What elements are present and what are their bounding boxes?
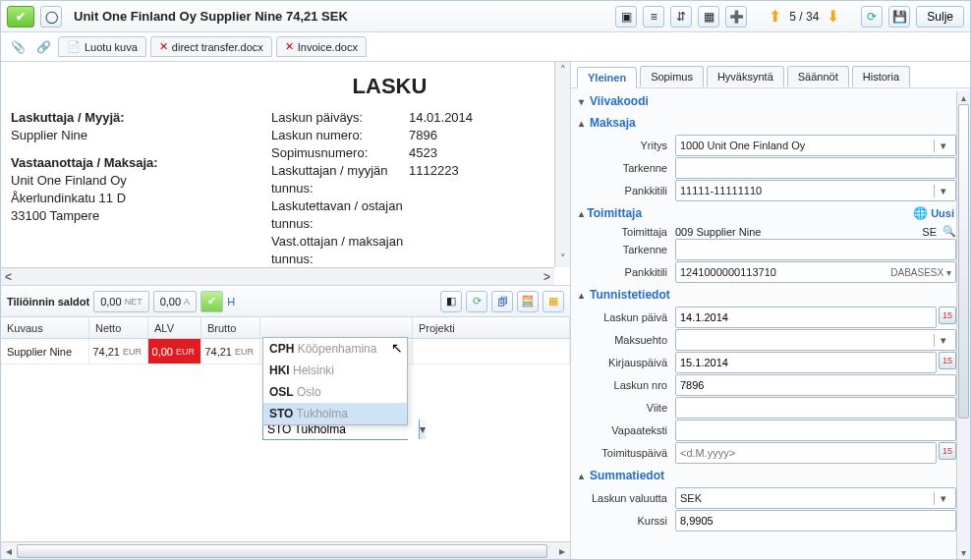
grid-header-kuvaus[interactable]: Kuvaus — [1, 317, 89, 338]
tab-label: direct transfer.docx — [172, 41, 263, 53]
tab-saannot[interactable]: Säännöt — [787, 66, 849, 87]
a-balance-button[interactable]: 0,00 A — [153, 291, 198, 312]
right-pane-scrollbar[interactable]: ▴ ▾ — [956, 91, 970, 559]
doc-vertical-scrollbar[interactable]: ˄ ˅ — [554, 62, 570, 267]
laskun-paiva-input[interactable] — [675, 307, 937, 328]
section-summatiedot[interactable]: ▴Summatiedot — [577, 465, 956, 486]
tool-icon-5[interactable]: ➕ — [725, 6, 747, 28]
scrollbar-thumb[interactable] — [958, 104, 969, 419]
attachment-icon[interactable]: 📎 — [7, 36, 29, 58]
uusi-link[interactable]: Uusi — [931, 207, 954, 219]
laskun-nro-input[interactable] — [675, 374, 956, 396]
grid-header-brutto[interactable]: Brutto — [201, 317, 260, 338]
combo-dropdown-icon[interactable]: ▾ — [419, 420, 426, 439]
refresh-icon[interactable]: ⟳ — [466, 291, 487, 312]
section-viivakoodi[interactable]: ▾Viivakoodi — [577, 90, 956, 112]
kurssi-input[interactable] — [675, 510, 956, 532]
toimittaja-pankkitili-combo[interactable]: 1241000000113710DABASESX ▾ — [675, 261, 956, 283]
circle-icon-button[interactable]: ◯ — [40, 6, 62, 28]
section-toimittaja[interactable]: ▴ Toimittaja 🌐 Uusi — [577, 202, 956, 224]
prev-record-button[interactable]: ⬆ — [769, 7, 781, 26]
toimittaja-tarkenne-input[interactable] — [675, 239, 956, 260]
scrollbar-thumb[interactable] — [17, 544, 547, 558]
tool-icon-3[interactable]: ⇵ — [670, 6, 692, 28]
valuutta-combo[interactable]: SEK▾ — [675, 487, 956, 509]
chevron-down-icon[interactable]: ▾ — [934, 334, 951, 347]
delete-attachment-icon[interactable]: 🔗 — [32, 36, 54, 58]
chevron-down-icon[interactable]: ▾ — [934, 185, 951, 197]
yritys-combo[interactable]: 1000 Unit One Finland Oy▾ — [675, 135, 956, 156]
doc-heading: LASKU — [227, 74, 552, 99]
section-maksaja[interactable]: ▴Maksaja — [577, 112, 956, 134]
abacus-icon[interactable]: 🧮 — [517, 291, 539, 312]
tab-direct-transfer[interactable]: ✕direct transfer.docx — [150, 36, 272, 57]
toimittaja-value: 009 Supplier Nine — [675, 226, 761, 238]
tab-invoice[interactable]: ✕Invoice.docx — [276, 36, 367, 57]
save-button[interactable]: 💾 — [888, 6, 910, 28]
pankkitili-combo[interactable]: 11111-11111110▾ — [675, 180, 956, 201]
scroll-left-icon[interactable]: ◂ — [1, 544, 17, 558]
scroll-up-icon[interactable]: ˄ — [560, 62, 566, 79]
net-balance-button[interactable]: 0,00 NET — [93, 291, 148, 312]
scroll-up-icon[interactable]: ▴ — [957, 91, 970, 104]
toimittaja-country: SE — [922, 226, 937, 238]
tarkenne-input[interactable] — [675, 157, 956, 179]
chevron-down-icon[interactable]: ▾ — [934, 140, 951, 152]
label-pankkitili2: Pankkitili — [577, 266, 675, 278]
calendar-icon[interactable]: 15 — [939, 442, 956, 460]
grid-header-netto[interactable]: Netto — [89, 317, 148, 338]
tab-luotu-kuva[interactable]: 📄Luotu kuva — [58, 36, 146, 57]
scroll-down-icon[interactable]: ▾ — [957, 546, 970, 559]
doc-horizontal-scrollbar[interactable]: < > — [1, 267, 554, 285]
approve-button[interactable]: ✔ — [7, 6, 34, 28]
doc-field-value: 1112223 — [409, 162, 552, 180]
header-letter-button[interactable]: H — [227, 296, 235, 308]
autocomplete-item-cph[interactable]: CPH Kööpenhamina — [263, 338, 407, 360]
close-tab-icon[interactable]: ✕ — [159, 40, 168, 53]
refresh-button[interactable]: ⟳ — [861, 6, 883, 28]
grid-header-alv[interactable]: ALV — [148, 317, 201, 338]
recipient-line: 33100 Tampere — [11, 207, 271, 225]
tab-label: Luotu kuva — [85, 41, 138, 53]
toimituspaiva-input[interactable] — [675, 442, 937, 464]
maksuehto-combo[interactable]: ▾ — [675, 329, 956, 351]
scroll-right-icon[interactable]: ▸ — [554, 544, 570, 558]
autocomplete-dropdown[interactable]: CPH Kööpenhamina HKI Helsinki OSL Oslo S… — [262, 337, 408, 425]
kirjauspaiva-input[interactable] — [675, 352, 937, 373]
autocomplete-item-osl[interactable]: OSL Oslo — [263, 381, 407, 403]
autocomplete-item-hki[interactable]: HKI Helsinki — [263, 360, 407, 381]
tab-hyvaksynta[interactable]: Hyväksyntä — [707, 66, 784, 87]
close-button[interactable]: Sulje — [916, 6, 964, 28]
grid-tool-icon[interactable]: ▦ — [543, 291, 564, 312]
autocomplete-item-sto[interactable]: STO Tukholma↖ — [263, 403, 407, 424]
tab-label: Invoice.docx — [298, 41, 358, 53]
tool-icon-2[interactable]: ≡ — [643, 6, 664, 28]
scroll-down-icon[interactable]: ˅ — [560, 251, 566, 267]
tab-historia[interactable]: Historia — [852, 66, 910, 87]
scroll-left-icon[interactable]: < — [1, 270, 16, 284]
chevron-down-icon[interactable]: ▾ — [934, 492, 951, 505]
label-toimituspaiva: Toimituspäivä — [577, 447, 675, 459]
vapaateksti-input[interactable] — [675, 420, 956, 441]
grid-horizontal-scrollbar[interactable]: ◂ ▸ — [1, 541, 570, 559]
tab-sopimus[interactable]: Sopimus — [640, 66, 704, 87]
tool-icon-1[interactable]: ▣ — [615, 6, 637, 28]
viite-input[interactable] — [675, 397, 956, 419]
next-record-button[interactable]: ⬇ — [827, 7, 839, 26]
close-tab-icon[interactable]: ✕ — [285, 40, 294, 53]
grid-header-projekti[interactable]: Projekti — [413, 317, 570, 338]
green-action-button[interactable]: ✔ — [200, 291, 223, 312]
doc-field-label: Laskutettavan / ostajan tunnus: — [271, 197, 409, 233]
tab-yleinen[interactable]: Yleinen — [577, 67, 637, 88]
tool-icon-4[interactable]: ▦ — [698, 6, 719, 28]
search-icon[interactable]: 🔍 — [942, 225, 956, 238]
eraser-icon[interactable]: ◧ — [440, 291, 462, 312]
section-tunnistetiedot[interactable]: ▴Tunnistetiedot — [577, 284, 956, 306]
globe-icon[interactable]: 🌐 — [913, 206, 928, 220]
label-valuutta: Laskun valuutta — [577, 492, 675, 504]
scroll-right-icon[interactable]: > — [540, 270, 554, 284]
calendar-icon[interactable]: 15 — [939, 352, 956, 369]
doc-tool-icon[interactable]: 🗐 — [491, 291, 513, 312]
doc-field-label: Laskun numero: — [271, 127, 409, 144]
calendar-icon[interactable]: 15 — [939, 307, 956, 324]
